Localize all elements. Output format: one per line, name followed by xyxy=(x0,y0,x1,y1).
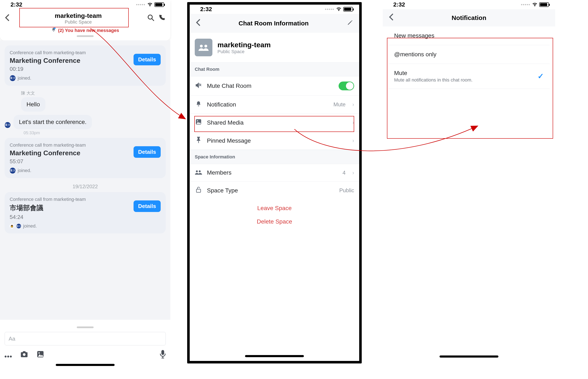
row-label: Notification xyxy=(207,101,329,108)
image-icon[interactable] xyxy=(37,350,44,360)
svg-point-13 xyxy=(197,120,198,121)
details-button[interactable]: Details xyxy=(134,200,161,212)
svg-point-11 xyxy=(204,45,207,47)
status-time: 2:32 xyxy=(200,6,212,13)
joined-line: 陳大 joined. xyxy=(10,168,161,174)
status-time: 2:32 xyxy=(393,1,405,8)
card-duration: 54:24 xyxy=(10,214,161,220)
more-icon[interactable] xyxy=(5,351,12,359)
svg-point-4 xyxy=(7,355,9,357)
option-label: New messages xyxy=(394,32,544,39)
chat-scroll-area[interactable]: Conference call from marketing-team Mark… xyxy=(0,40,170,320)
members-icon xyxy=(195,169,202,176)
header-title: Chat Room Information xyxy=(238,20,308,27)
svg-point-6 xyxy=(23,353,26,356)
svg-point-15 xyxy=(199,170,201,172)
wifi-icon xyxy=(532,1,538,8)
svg-rect-9 xyxy=(161,350,164,355)
status-time: 2:32 xyxy=(11,1,22,8)
new-messages-banner[interactable]: (2) You have new messages xyxy=(0,26,170,33)
delete-space-button[interactable]: Delete Space xyxy=(190,217,359,230)
sheet-handle[interactable] xyxy=(77,35,94,37)
wifi-icon xyxy=(336,6,341,13)
conference-card: Conference call from marketing-team Mark… xyxy=(5,45,166,86)
status-icons: ••••• xyxy=(325,6,353,13)
back-icon[interactable] xyxy=(389,14,393,22)
row-space-type: Space Type Public xyxy=(190,182,359,199)
camera-icon[interactable] xyxy=(20,351,28,359)
battery-icon xyxy=(539,2,549,7)
row-label: Mute Chat Room xyxy=(207,82,334,89)
back-icon[interactable] xyxy=(5,14,9,23)
mute-icon xyxy=(195,82,202,90)
back-icon[interactable] xyxy=(196,19,200,28)
battery-icon xyxy=(343,7,353,12)
search-icon[interactable] xyxy=(147,14,154,23)
avatar-badge: 👩 xyxy=(10,224,14,228)
lock-open-icon xyxy=(195,187,202,194)
leave-space-button[interactable]: Leave Space xyxy=(190,199,359,217)
row-label: Space Type xyxy=(207,187,335,194)
row-mute-chat[interactable]: Mute Chat Room xyxy=(190,77,359,95)
avatar-badge: 陳大 xyxy=(17,224,21,228)
svg-rect-16 xyxy=(196,189,201,192)
row-members[interactable]: Members 4 › xyxy=(190,164,359,182)
joined-text: joined. xyxy=(18,168,31,173)
home-indicator xyxy=(56,364,115,366)
option-mentions-only[interactable]: @mentions only xyxy=(388,45,550,64)
call-icon[interactable] xyxy=(158,14,165,23)
row-notification[interactable]: Notification Mute › xyxy=(190,95,359,114)
message-time: 05:33pm xyxy=(24,130,166,135)
message-input[interactable]: Aa xyxy=(5,332,166,345)
bell-icon xyxy=(195,101,202,108)
cellular-icon: ••••• xyxy=(521,2,530,7)
section-chat-room: Chat Room xyxy=(190,62,359,77)
pin-icon xyxy=(195,137,202,144)
row-label: Members xyxy=(207,169,338,176)
status-bar: 2:32 ••••• xyxy=(0,0,170,9)
status-bar: 2:32 ••••• xyxy=(383,0,555,9)
chevron-right-icon: › xyxy=(352,119,354,126)
section-space-info: Space Information xyxy=(190,150,359,164)
drag-handle[interactable] xyxy=(77,327,94,328)
option-new-messages[interactable]: New messages xyxy=(388,27,550,45)
row-value: Public xyxy=(339,187,354,194)
card-duration: 55:07 xyxy=(10,158,161,165)
group-icon xyxy=(195,39,212,56)
avatar-badge: 陳大 xyxy=(10,75,16,81)
joined-line: 陳大 joined. xyxy=(10,75,161,81)
cellular-icon: ••••• xyxy=(325,7,334,12)
joined-line: 👩 陳大 joined. xyxy=(10,223,161,229)
chat-subtitle: Public Space xyxy=(13,19,143,25)
row-value: 4 xyxy=(343,170,346,176)
input-toolbar xyxy=(5,350,166,360)
conference-card: Conference call from marketing-team Mark… xyxy=(5,138,166,178)
checkmark-icon: ✓ xyxy=(538,72,544,81)
toggle-switch[interactable] xyxy=(338,81,354,90)
chat-header: 2:32 ••••• marketing-team Public Space xyxy=(0,0,170,40)
row-pinned-message[interactable]: Pinned Message › xyxy=(190,132,359,150)
avatar-badge: 陳大 xyxy=(5,122,11,128)
svg-point-5 xyxy=(10,355,12,357)
svg-point-3 xyxy=(5,355,6,357)
card-duration: 00:19 xyxy=(10,66,161,72)
details-button[interactable]: Details xyxy=(134,146,161,158)
option-mute[interactable]: Mute Mute all notifications in this chat… xyxy=(388,64,550,89)
option-label: Mute xyxy=(394,70,538,77)
room-name: marketing-team xyxy=(218,41,271,49)
screen-notification-settings: 2:32 ••••• Notification New messages @me… xyxy=(383,0,555,361)
screen-chat: 2:32 ••••• marketing-team Public Space xyxy=(0,0,170,370)
room-subtitle: Public Space xyxy=(218,49,271,54)
svg-point-10 xyxy=(200,45,203,47)
row-value: Mute xyxy=(334,101,346,108)
joined-text: joined. xyxy=(18,75,31,81)
date-separator: 19/12/2022 xyxy=(5,184,166,190)
home-indicator xyxy=(245,355,304,357)
details-button[interactable]: Details xyxy=(134,54,161,65)
edit-icon[interactable] xyxy=(347,20,353,27)
chat-title-area[interactable]: marketing-team Public Space xyxy=(13,12,143,25)
notification-header: Notification xyxy=(383,9,555,27)
row-shared-media[interactable]: Shared Media › xyxy=(190,114,359,132)
row-label: Pinned Message xyxy=(207,137,346,144)
mic-icon[interactable] xyxy=(160,350,166,360)
